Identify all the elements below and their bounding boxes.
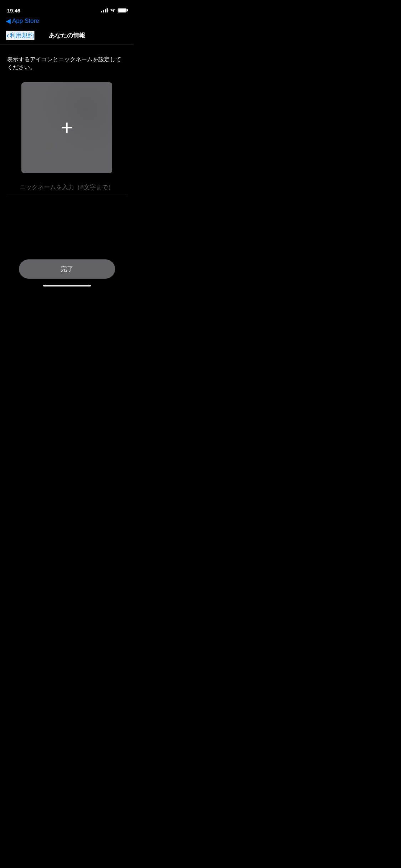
appstore-back-nav[interactable]: ◀ App Store: [0, 16, 134, 28]
status-bar: 19:46: [0, 0, 134, 16]
main-content: 表示するアイコンとニックネームを設定してください。 +: [0, 45, 134, 194]
nickname-input-wrapper: [7, 184, 127, 194]
back-chevron-icon: ‹: [6, 32, 9, 40]
nav-bar: ‹ 利用規約 あなたの情報: [0, 28, 134, 45]
add-photo-icon: +: [61, 117, 73, 138]
done-button-label: 完了: [61, 265, 73, 273]
description-text: 表示するアイコンとニックネームを設定してください。: [7, 56, 127, 72]
done-button-wrapper: 完了: [19, 259, 115, 279]
back-button[interactable]: ‹ 利用規約: [6, 31, 35, 40]
wifi-icon: [110, 8, 115, 12]
signal-bars-icon: [101, 8, 108, 12]
home-indicator: [43, 285, 91, 286]
appstore-back-label: App Store: [12, 17, 39, 25]
appstore-back-chevron-icon: ◀: [6, 17, 11, 25]
status-time: 19:46: [7, 7, 20, 14]
back-button-label: 利用規約: [10, 31, 34, 40]
page-title: あなたの情報: [49, 31, 85, 40]
icon-picker-button[interactable]: +: [21, 82, 112, 173]
status-icons: [101, 8, 127, 12]
done-button[interactable]: 完了: [19, 259, 115, 279]
battery-icon: [118, 8, 127, 12]
nickname-input[interactable]: [7, 184, 127, 191]
